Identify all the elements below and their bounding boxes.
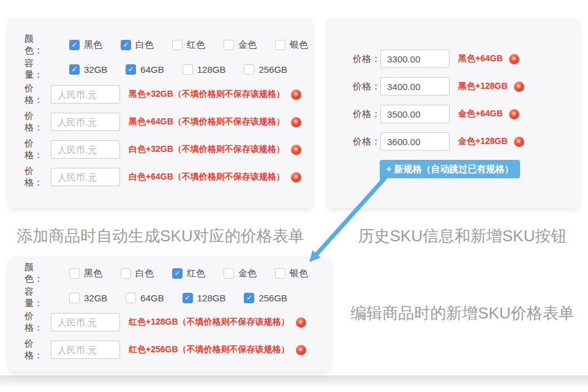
price-input[interactable]: [51, 313, 120, 331]
delete-icon[interactable]: ✕: [514, 81, 524, 92]
capacity-option-64gb[interactable]: ✓ 64GB: [126, 64, 164, 75]
caption-add-form: 添加商品时自动生成SKU对应的价格表单: [9, 225, 312, 247]
checkbox-icon: ✓: [275, 268, 285, 279]
color-option-red[interactable]: ✓ 红色: [172, 39, 205, 51]
color-option-white[interactable]: ✓ 白色: [121, 39, 154, 51]
sku-spec-text: 金色+64GB: [458, 108, 503, 119]
color-option-black[interactable]: ✓ 黑色: [69, 39, 102, 51]
capacity-option-256gb[interactable]: ✓ 256GB: [244, 64, 287, 75]
price-input[interactable]: [51, 168, 120, 186]
option-label: 白色: [135, 39, 154, 51]
delete-icon[interactable]: ✕: [296, 345, 306, 355]
price-row: 价格： 白色+64GB（不填价格则不保存该规格） ✕: [9, 168, 312, 186]
capacity-option-128gb[interactable]: ✓ 128GB: [183, 64, 226, 75]
capacity-option-128gb[interactable]: ✓ 128GB: [183, 293, 226, 303]
checkbox-icon: ✓: [69, 293, 80, 303]
price-input[interactable]: [51, 341, 120, 359]
price-row: 价格： 金色+64GB ✕: [328, 105, 579, 123]
capacity-options-row: 容量： ✓ 32GB ✓ 64GB ✓ 128GB ✓ 256GB: [9, 288, 331, 307]
option-label: 128GB: [197, 293, 226, 303]
delete-icon[interactable]: ✕: [291, 117, 301, 127]
checkbox-icon: ✓: [172, 268, 183, 279]
capacity-option-32gb[interactable]: ✓ 32GB: [69, 64, 107, 75]
capacity-option-64gb[interactable]: ✓ 64GB: [126, 293, 164, 303]
delete-icon[interactable]: ✕: [291, 172, 301, 183]
option-label: 黑色: [84, 268, 102, 279]
checkbox-icon: ✓: [244, 293, 254, 303]
price-label: 价格：: [353, 81, 380, 92]
color-option-silver[interactable]: ✓ 银色: [275, 268, 308, 279]
capacity-options-row: 容量： ✓ 32GB ✓ 64GB ✓ 128GB ✓ 256GB: [9, 60, 312, 78]
option-label: 银色: [290, 39, 308, 51]
checkbox-icon: ✓: [69, 40, 80, 50]
delete-icon[interactable]: ✕: [296, 317, 306, 328]
x-glyph: ✕: [298, 347, 303, 353]
delete-icon[interactable]: ✕: [291, 89, 301, 100]
check-icon: ✓: [174, 270, 180, 277]
checkbox-icon: ✓: [224, 268, 234, 279]
add-spec-button[interactable]: + 新规格（自动跳过已有规格）: [380, 160, 520, 178]
price-label: 价格：: [24, 83, 51, 106]
price-label: 价格：: [24, 138, 51, 161]
price-row: 价格： 金色+128GB ✕: [328, 132, 579, 151]
price-label: 价格：: [353, 108, 380, 120]
price-input[interactable]: [380, 77, 450, 96]
price-row: 价格： 白色+32GB（不填价格则不保存该规格） ✕: [9, 140, 312, 159]
price-input[interactable]: [51, 140, 120, 159]
option-label: 32GB: [84, 293, 107, 303]
capacity-option-256gb[interactable]: ✓ 256GB: [244, 293, 287, 303]
color-option-red[interactable]: ✓ 红色: [172, 268, 205, 279]
x-glyph: ✕: [511, 56, 516, 62]
price-input[interactable]: [380, 132, 450, 151]
checkbox-icon: ✓: [69, 64, 80, 75]
price-row: 价格： 红色+128GB（不填价格则不保存该规格） ✕: [9, 313, 331, 331]
price-input[interactable]: [380, 50, 450, 68]
checkbox-icon: ✓: [172, 40, 183, 50]
price-input[interactable]: [51, 113, 120, 131]
color-option-white[interactable]: ✓ 白色: [121, 268, 154, 279]
price-row: 价格： 黑色+64GB（不填价格则不保存该规格） ✕: [9, 113, 312, 131]
option-label: 金色: [238, 39, 257, 51]
price-label: 价格：: [24, 311, 51, 334]
price-input[interactable]: [51, 85, 120, 104]
price-label: 价格：: [24, 165, 51, 189]
delete-icon[interactable]: ✕: [509, 109, 519, 119]
x-glyph: ✕: [516, 139, 521, 145]
color-row-label: 颜色：: [24, 33, 51, 56]
capacity-option-32gb[interactable]: ✓ 32GB: [69, 293, 107, 303]
add-sku-panel: 颜色： ✓ 黑色 ✓ 白色 ✓ 红色 ✓ 金色 ✓ 银色 容量：: [9, 18, 312, 208]
option-label: 32GB: [84, 64, 107, 75]
checkbox-icon: ✓: [224, 40, 234, 50]
color-option-gold[interactable]: ✓ 金色: [224, 39, 257, 51]
option-label: 256GB: [258, 64, 287, 75]
price-row: 价格： 黑色+32GB（不填价格则不保存该规格） ✕: [9, 85, 312, 104]
x-glyph: ✕: [293, 119, 298, 125]
page-bottom-shadow: [0, 375, 588, 391]
color-option-gold[interactable]: ✓ 金色: [224, 268, 257, 279]
x-glyph: ✕: [293, 175, 298, 180]
delete-icon[interactable]: ✕: [514, 137, 524, 147]
sku-spec-text: 金色+128GB: [458, 136, 508, 147]
checkbox-icon: ✓: [275, 40, 285, 50]
edit-sku-panel: 颜色： ✓ 黑色 ✓ 白色 ✓ 红色 ✓ 金色 ✓ 银色 容量：: [9, 257, 331, 371]
price-input[interactable]: [380, 105, 450, 123]
option-label: 黑色: [84, 39, 102, 51]
color-option-black[interactable]: ✓ 黑色: [69, 268, 102, 279]
delete-icon[interactable]: ✕: [291, 145, 301, 155]
sku-spec-text: 黑色+64GB: [458, 53, 503, 64]
sku-spec-text: 白色+32GB（不填价格则不保存该规格）: [129, 144, 285, 155]
check-icon: ✓: [184, 294, 190, 301]
history-sku-panel: 价格： 黑色+64GB ✕ 价格： 黑色+128GB ✕ 价格： 金色+64GB…: [328, 18, 579, 208]
price-row: 价格： 黑色+128GB ✕: [328, 77, 579, 96]
check-icon: ✓: [71, 41, 77, 48]
x-glyph: ✕: [298, 320, 303, 325]
option-label: 256GB: [258, 293, 287, 303]
delete-icon[interactable]: ✕: [509, 54, 519, 64]
sku-spec-text: 黑色+32GB（不填价格则不保存该规格）: [129, 89, 285, 100]
x-glyph: ✕: [293, 147, 298, 153]
option-label: 64GB: [140, 293, 164, 303]
price-label: 价格：: [353, 136, 380, 148]
check-icon: ✓: [128, 66, 134, 73]
color-option-silver[interactable]: ✓ 银色: [275, 39, 308, 51]
sku-spec-text: 白色+64GB（不填价格则不保存该规格）: [129, 172, 285, 183]
